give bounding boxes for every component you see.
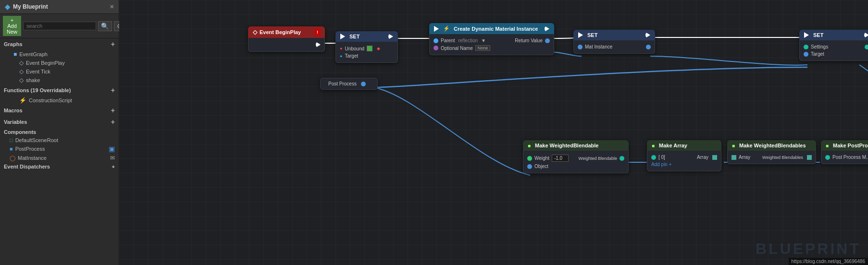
set3-settings-out[interactable] — [865, 45, 868, 49]
ma-array-out-pin[interactable] — [712, 155, 717, 160]
sidebar-item-post-process[interactable]: ■ PostProcess ▣ — [0, 144, 119, 154]
node-set3[interactable]: SET Settings Target — [799, 30, 868, 61]
cdmi-func-icon: ⚡ — [443, 25, 450, 32]
node-make-array[interactable]: ■ Make Array [ 0] Array Add pin + — [647, 140, 721, 171]
cdmi-body: Parent reflection ▼ Return Value Optiona… — [429, 34, 554, 55]
mwb-title: Make WeightedBlendable — [535, 143, 598, 148]
set1-header: SET — [335, 31, 398, 42]
mwbs-array-pin[interactable] — [732, 155, 736, 160]
sidebar-item-mat-instance[interactable]: ◯ MatInstance ✉ — [0, 154, 119, 162]
mwb-weight-pin[interactable] — [527, 156, 532, 161]
add-graph-icon[interactable]: + — [111, 40, 115, 48]
unbound-checkbox[interactable] — [367, 46, 372, 51]
blueprint-canvas[interactable]: ◇ Event BeginPlay ! SET ● Unbound ◆ — [119, 0, 868, 265]
add-new-button[interactable]: + Add New — [3, 16, 21, 36]
post-process-node-label: Post Process — [328, 81, 357, 86]
mpp-row: Post Process M... — [821, 154, 868, 161]
node-make-weighted-blendable[interactable]: ■ Make WeightedBlendable Weight Weighted… — [523, 140, 629, 173]
mwb-weight-label: Weight — [534, 156, 549, 161]
sidebar-item-construction-script[interactable]: ⚡ ConstructionScript — [10, 96, 119, 105]
add-function-icon[interactable]: + — [111, 86, 115, 94]
sidebar-item-default-scene-root[interactable]: □ DefaultSceneRoot — [0, 136, 119, 144]
sidebar-section-macros[interactable]: Macros + — [0, 105, 119, 116]
set3-exec-out[interactable] — [864, 32, 868, 38]
add-event-dispatcher-icon[interactable]: + — [112, 164, 115, 169]
unbound-error-pin: ◆ — [377, 46, 380, 51]
mwbs-title: Make WeightedBlendables — [739, 143, 806, 148]
set3-title: SET — [813, 32, 823, 38]
set2-title: SET — [587, 32, 597, 38]
set2-exec-in[interactable] — [578, 32, 583, 38]
cdmi-title: Create Dynamic Material Instance — [454, 26, 538, 32]
event-begin-play-icon: ◇ — [19, 60, 24, 66]
set3-settings-pin[interactable] — [804, 45, 808, 49]
mwb-icon: ■ — [528, 143, 531, 148]
sidebar-section-variables[interactable]: Variables + — [0, 116, 119, 128]
sidebar: ◆ My Blueprint ✕ + Add New 🔍 ⚙ Graphs + … — [0, 0, 119, 265]
cdmi-exec-out[interactable] — [545, 26, 549, 32]
cdmi-opt-name-pin[interactable] — [434, 46, 438, 50]
exec-out-pin[interactable] — [316, 42, 321, 48]
sidebar-item-event-begin-play[interactable]: ◇ Event BeginPlay — [10, 59, 119, 67]
ma-header: ■ Make Array — [647, 140, 721, 151]
set1-title: SET — [349, 34, 360, 39]
sidebar-item-event-tick[interactable]: ◇ Event Tick — [10, 67, 119, 76]
set2-mat-pin-out[interactable] — [646, 45, 651, 49]
mwbs-out-pin[interactable] — [807, 155, 812, 160]
search-input[interactable] — [23, 22, 96, 30]
cdmi-return-pin[interactable] — [545, 38, 550, 43]
add-macro-icon[interactable]: + — [111, 107, 115, 114]
mwb-weight-input[interactable] — [552, 155, 569, 162]
event-begin-play-body — [248, 38, 325, 52]
mwb-object-pin[interactable] — [527, 164, 532, 169]
set1-exec-in[interactable] — [340, 34, 345, 39]
set3-target-pin[interactable] — [804, 52, 808, 57]
cdmi-parent-label: Parent — [441, 38, 455, 43]
set1-exec-out[interactable] — [388, 34, 393, 39]
event-begin-play-header: ◇ Event BeginPlay ! — [248, 26, 325, 38]
sidebar-section-graphs[interactable]: Graphs + — [0, 38, 119, 50]
graphs-label: Graphs — [4, 41, 23, 47]
ma-item-row: [ 0] Array — [647, 154, 721, 161]
mat-instance-icon: ◯ — [10, 155, 15, 161]
set3-exec-in[interactable] — [804, 32, 809, 38]
sidebar-section-event-dispatchers[interactable]: Event Dispatchers + — [0, 162, 119, 171]
node-make-post-process[interactable]: ■ Make PostProc... Post Process M... — [821, 140, 868, 164]
shake-icon: ◇ — [19, 77, 24, 84]
node-create-dynamic-material-instance[interactable]: ⚡ Create Dynamic Material Instance Paren… — [429, 23, 554, 55]
add-pin-button[interactable]: Add pin + — [647, 161, 721, 168]
set2-mat-row: Mat Instance — [574, 43, 655, 50]
event-dispatchers-label: Event Dispatchers — [4, 164, 50, 169]
sidebar-section-functions[interactable]: Functions (19 Overridable) + — [0, 84, 119, 96]
node-set1[interactable]: SET ● Unbound ◆ ● Target — [335, 31, 398, 63]
sidebar-item-shake[interactable]: ◇ shake — [10, 76, 119, 84]
set3-target-label: Target — [811, 51, 824, 57]
mpp-wb-pin[interactable] — [825, 155, 830, 160]
mwb-out-pin[interactable] — [620, 156, 624, 161]
unbound-red-dot: ● — [340, 46, 342, 51]
event-begin-play-badge: ! — [315, 29, 320, 35]
cdmi-exec-in[interactable] — [434, 26, 439, 32]
mwbs-array-label: Array — [739, 155, 750, 160]
mwb-object-label: Object — [534, 164, 548, 169]
node-set2[interactable]: SET Mat Instance — [573, 30, 655, 54]
sidebar-actions: + Add New 🔍 ⚙ — [0, 14, 119, 38]
node-post-process[interactable]: Post Process — [320, 78, 378, 90]
mwb-weight-row: Weight Weighted Blendable — [523, 154, 628, 163]
eventgraph-label: EventGraph — [19, 51, 48, 57]
cdmi-parent-pin-in[interactable] — [434, 38, 438, 43]
set3-header: SET — [799, 30, 868, 40]
set2-mat-pin-in[interactable] — [578, 45, 583, 49]
node-event-begin-play[interactable]: ◇ Event BeginPlay ! — [248, 26, 325, 52]
sidebar-item-eventgraph[interactable]: ■ EventGraph — [4, 50, 119, 59]
search-icon-button[interactable]: 🔍 — [98, 21, 112, 31]
node-make-weighted-blendables[interactable]: ■ Make WeightedBlendables Array Weighted… — [727, 140, 816, 164]
cdmi-dropdown-icon[interactable]: ▼ — [481, 38, 486, 43]
event-begin-play-label: Event BeginPlay — [26, 60, 65, 66]
mwbs-wb-label: Weighted Blendables — [762, 155, 803, 160]
set2-exec-out[interactable] — [645, 32, 650, 38]
add-variable-icon[interactable]: + — [111, 118, 115, 126]
ma-item-pin[interactable] — [651, 155, 656, 160]
post-process-out-pin[interactable] — [361, 82, 366, 86]
mwb-header: ■ Make WeightedBlendable — [523, 140, 629, 151]
